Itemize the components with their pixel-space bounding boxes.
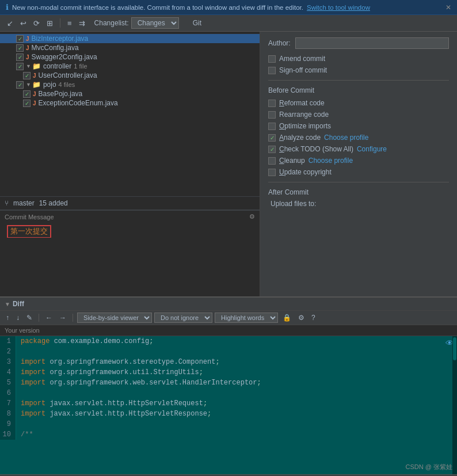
code-view-header: Your version <box>0 325 457 336</box>
highlight-words-select[interactable]: Highlight words <box>215 313 278 323</box>
line-num-1: 1 <box>0 336 16 346</box>
added-count: 15 added <box>39 199 68 207</box>
checkbox-usercontroller[interactable]: ✓ <box>23 72 31 79</box>
analyze-code-label: Analyze code <box>279 134 321 142</box>
main-toolbar: ↙ ↩ ⟳ ⊞ ≡ ⇉ Changelist: Changes Git <box>0 15 457 32</box>
line-content-2 <box>16 346 25 357</box>
checkbox-swagger2config[interactable]: ✓ <box>16 54 24 61</box>
scroll-thumb <box>453 337 456 360</box>
ignore-select[interactable]: Do not ignore <box>154 313 212 323</box>
diff-next-button[interactable]: → <box>57 313 68 322</box>
toolbar-undo-button[interactable]: ↩ <box>18 18 29 29</box>
folder-name-controller: controller <box>43 62 71 70</box>
author-row: Author: <box>268 37 449 49</box>
java-file-icon-3: J <box>26 54 29 60</box>
notification-close-button[interactable]: ✕ <box>445 3 451 12</box>
csdn-text: CSDN @ <box>406 463 432 470</box>
line-content-6 <box>16 388 25 398</box>
line-content-8: import javax.servlet.http.HttpServletRes… <box>16 409 211 419</box>
line-content-9 <box>16 419 25 429</box>
notification-text: New non-modal commit interface is availa… <box>12 4 303 11</box>
switch-to-tool-window-link[interactable]: Switch to tool window <box>307 4 370 11</box>
side-by-side-viewer-select[interactable]: Side-by-side viewer <box>77 313 152 323</box>
diff-down-button[interactable]: ↓ <box>14 313 22 322</box>
tree-item-bizinterceptor[interactable]: ✓ J BizInterceptor.java <box>0 34 260 43</box>
check-todo-row[interactable]: ✓ Check TODO (Show All) Configure <box>268 145 449 153</box>
diff-gear-button[interactable]: ⚙ <box>296 313 307 322</box>
checkbox-amend[interactable] <box>268 55 276 63</box>
upload-files-row: Upload files to: <box>268 200 449 208</box>
java-file-icon-5: J <box>33 91 36 97</box>
file-name-mvcconfig: MvcConfig.java <box>32 44 79 52</box>
check-todo-link[interactable]: Configure <box>357 145 387 153</box>
status-bar: ⑂ master 15 added <box>0 196 260 210</box>
line-num-10: 10 <box>0 429 16 440</box>
diff-separator <box>39 314 39 322</box>
line-num-7: 7 <box>0 398 16 409</box>
toolbar-grid-button[interactable]: ⊞ <box>44 18 55 29</box>
tree-item-pojo-folder[interactable]: ✓ ▼ 📁 pojo 4 files <box>0 80 260 89</box>
optimize-imports-row[interactable]: Optimize imports <box>268 122 449 130</box>
code-line-3: 3 import org.springframework.stereotype.… <box>0 357 457 367</box>
checkbox-basepojo[interactable]: ✓ <box>23 90 31 98</box>
checkbox-checktodo[interactable]: ✓ <box>268 146 276 153</box>
csdn-watermark: CSDN @ 张紫娃 <box>406 463 452 471</box>
toolbar-expand-button[interactable]: ⇉ <box>77 18 87 29</box>
toolbar-align-left-button[interactable]: ≡ <box>65 18 74 29</box>
reformat-code-row[interactable]: Reformat code <box>268 99 449 107</box>
tree-item-mvcconfig[interactable]: ✓ J MvcConfig.java <box>0 43 260 52</box>
diff-title: Diff <box>13 300 24 308</box>
checkbox-mvcconfig[interactable]: ✓ <box>16 44 24 52</box>
folder-icon-controller: 📁 <box>32 62 41 70</box>
folder-name-pojo: pojo <box>43 81 56 89</box>
file-name-exceptioncodeenum: ExceptionCodeEnum.java <box>39 99 118 107</box>
tree-item-exceptioncodeenum[interactable]: ✓ J ExceptionCodeEnum.java <box>0 98 260 108</box>
toolbar-arrow-button[interactable]: ↙ <box>5 18 16 29</box>
analyze-code-row[interactable]: ✓ Analyze code Choose profile <box>268 134 449 142</box>
rearrange-code-row[interactable]: Rearrange code <box>268 111 449 119</box>
checkbox-exceptioncodeenum[interactable]: ✓ <box>23 100 31 107</box>
analyze-code-link[interactable]: Choose profile <box>324 134 368 142</box>
diff-help-button[interactable]: ? <box>309 313 318 322</box>
code-line-2: 2 <box>0 346 457 357</box>
file-name-usercontroller: UserController.java <box>39 71 97 79</box>
scroll-indicator <box>452 336 457 474</box>
checkbox-optimize[interactable] <box>268 123 276 130</box>
folder-icon-pojo: 📁 <box>32 81 41 89</box>
csdn-username: 张紫娃 <box>433 463 452 470</box>
tree-item-basepojo[interactable]: ✓ J BasePojo.java <box>0 89 260 98</box>
line-num-2: 2 <box>0 346 16 357</box>
checkbox-signoff[interactable] <box>268 67 276 74</box>
diff-edit-button[interactable]: ✎ <box>24 313 35 322</box>
commit-settings-icon[interactable]: ⚙ <box>249 213 255 220</box>
cleanup-row[interactable]: Cleanup Choose profile <box>268 157 449 165</box>
checkbox-controller[interactable]: ✓ <box>16 63 24 70</box>
right-panel: Author: Amend commit Sign-off commit Bef… <box>260 32 457 296</box>
git-tab[interactable]: Git <box>191 18 204 28</box>
checkbox-reformat[interactable] <box>268 100 276 107</box>
diff-collapse-button[interactable]: ▼ <box>5 301 10 307</box>
update-copyright-row[interactable]: Update copyright <box>268 168 449 176</box>
tree-item-usercontroller[interactable]: ✓ J UserController.java <box>0 71 260 80</box>
amend-commit-label: Amend commit <box>279 55 325 63</box>
checkbox-pojo[interactable]: ✓ <box>16 81 24 89</box>
author-input[interactable] <box>295 37 449 49</box>
checkbox-bizinterceptor[interactable]: ✓ <box>16 35 24 43</box>
amend-commit-row[interactable]: Amend commit <box>268 55 449 63</box>
toolbar-refresh-button[interactable]: ⟳ <box>31 18 42 29</box>
checkbox-copyright[interactable] <box>268 169 276 176</box>
checkbox-rearrange[interactable] <box>268 111 276 119</box>
diff-up-button[interactable]: ↑ <box>3 313 12 322</box>
commit-message-label: Commit Message ⚙ <box>0 211 260 222</box>
cleanup-link[interactable]: Choose profile <box>309 157 353 165</box>
tree-item-swagger2config[interactable]: ✓ J Swagger2Config.java <box>0 52 260 62</box>
code-line-8: 8 import javax.servlet.http.HttpServletR… <box>0 409 457 419</box>
checkbox-cleanup[interactable] <box>268 157 276 165</box>
sign-off-commit-row[interactable]: Sign-off commit <box>268 66 449 74</box>
lock-icon-button[interactable]: 🔒 <box>280 313 294 322</box>
tree-item-controller-folder[interactable]: ✓ ▼ 📁 controller 1 file <box>0 62 260 71</box>
diff-prev-button[interactable]: ← <box>43 313 55 322</box>
checkbox-analyze[interactable]: ✓ <box>268 134 276 142</box>
line-content-10: /** <box>16 429 33 440</box>
changelist-select[interactable]: Changes <box>131 17 179 29</box>
